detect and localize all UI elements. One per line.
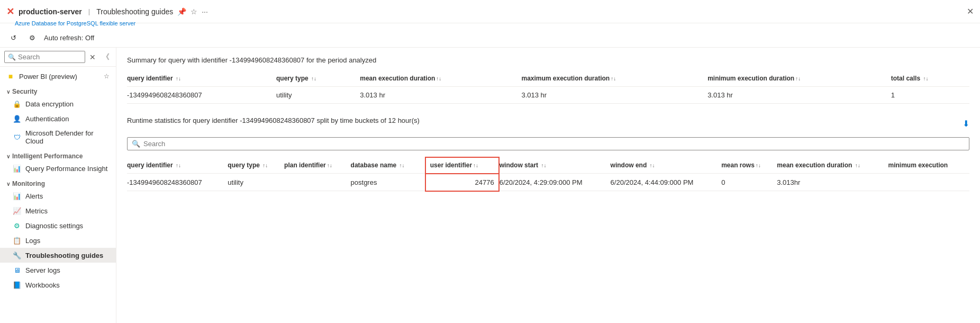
cell-window-start: 6/20/2024, 4:29:09:000 PM (499, 174, 611, 191)
sort-icon[interactable]: ↑↓ (611, 76, 616, 82)
sidebar-item-power-bi[interactable]: ■ Power BI (preview) ☆ (0, 69, 116, 84)
sort-icon[interactable]: ↑↓ (176, 163, 181, 168)
sort-icon[interactable]: ↑↓ (436, 76, 441, 82)
refresh-button[interactable]: ↺ (6, 32, 21, 44)
sort-icon[interactable]: ↑↓ (327, 163, 332, 168)
sidebar-item-alerts[interactable]: 📊 Alerts (0, 189, 116, 203)
page-subtitle: Azure Database for PostgreSQL flexible s… (0, 20, 980, 26)
sort-icon[interactable]: ↑↓ (795, 76, 801, 82)
sidebar-item-label: Query Performance Insight (25, 165, 110, 173)
sidebar-item-label: Metrics (25, 207, 110, 215)
col-header-query-type: query type ↑↓ (228, 157, 284, 174)
sidebar-section-monitoring[interactable]: ∨ Monitoring (0, 176, 116, 189)
col-header-min-exec: minimum execution duration↑↓ (707, 70, 891, 87)
table-row: -1349949608248360807 utility postgres 24… (127, 174, 969, 191)
sort-icon[interactable]: ↑↓ (400, 163, 405, 168)
cell-mean-exec-duration: 3.013hr (777, 174, 888, 191)
authentication-icon: 👤 (13, 114, 21, 123)
sidebar-item-query-performance[interactable]: 📊 Query Performance Insight (0, 161, 116, 176)
cell-max-execution: 3.013 hr (521, 87, 707, 104)
powerbi-icon: ■ (6, 72, 15, 80)
col-header-min-exec: minimum execution (888, 157, 969, 174)
sort-icon[interactable]: ↑↓ (923, 76, 928, 82)
sidebar-item-troubleshooting-guides[interactable]: 🔧 Troubleshooting guides (0, 248, 116, 263)
sidebar-item-label: Troubleshooting guides (25, 252, 110, 259)
sidebar-item-microsoft-defender[interactable]: 🛡 Microsoft Defender for Cloud (0, 126, 116, 148)
col-header-plan-identifier: plan identifier↑↓ (284, 157, 350, 174)
cell-query-identifier: -1349949608248360807 (127, 87, 276, 104)
defender-icon: 🛡 (13, 133, 21, 141)
sidebar-item-label: Power BI (preview) (19, 73, 99, 80)
sidebar-item-diagnostic-settings[interactable]: ⚙ Diagnostic settings (0, 218, 116, 233)
lock-icon: 🔒 (13, 100, 21, 108)
search-box[interactable]: 🔍 (4, 51, 85, 63)
favorite-icon[interactable]: ☆ (190, 7, 197, 16)
sidebar-item-authentication[interactable]: 👤 Authentication (0, 111, 116, 126)
sidebar-section-intelligent-performance[interactable]: ∨ Intelligent Performance (0, 148, 116, 161)
sidebar-collapse-button[interactable]: 《 (100, 51, 112, 63)
col-header-max-exec: maximum execution duration↑↓ (521, 70, 707, 87)
col-header-database-name: database name ↑↓ (351, 157, 425, 174)
cell-query-identifier: -1349949608248360807 (127, 174, 228, 191)
star-icon[interactable]: ☆ (104, 73, 110, 80)
summary-table: query identifier ↑↓ query type ↑↓ mean e… (127, 70, 969, 104)
cell-mean-rows: 0 (721, 174, 777, 191)
sidebar-item-label: Authentication (25, 115, 110, 123)
sort-icon[interactable]: ↑↓ (650, 163, 655, 168)
metrics-icon: 📈 (13, 207, 21, 215)
runtime-header: Runtime statistics for query identifier … (127, 116, 969, 131)
chevron-down-icon: ∨ (6, 89, 10, 95)
cell-query-type: utility (276, 87, 360, 104)
sort-icon[interactable]: ↑↓ (473, 163, 478, 168)
settings-icon: ⚙ (29, 34, 35, 42)
cell-database-name: postgres (351, 174, 425, 191)
sidebar-item-label: Server logs (25, 266, 110, 274)
page-title: Troubleshooting guides (96, 7, 173, 16)
sidebar-section-label: Monitoring (12, 180, 45, 187)
cell-window-end: 6/20/2024, 4:44:09:000 PM (611, 174, 722, 191)
sidebar-section-security[interactable]: ∨ Security (0, 84, 116, 96)
search-input[interactable] (18, 53, 81, 61)
sidebar-item-server-logs[interactable]: 🖥 Server logs (0, 263, 116, 277)
sidebar-item-label: Alerts (25, 192, 110, 200)
chart-icon: 📊 (13, 164, 21, 173)
download-icon[interactable]: ⬇ (963, 119, 969, 129)
close-button[interactable]: ✕ (967, 6, 974, 16)
cell-user-identifier: 24776 (425, 174, 499, 191)
pin-icon[interactable]: 📌 (177, 7, 186, 16)
sidebar-section-label: Security (12, 88, 37, 95)
sort-icon[interactable]: ↑↓ (756, 163, 761, 168)
runtime-search-bar[interactable]: 🔍 (127, 137, 969, 150)
runtime-search-input[interactable] (143, 140, 965, 148)
sidebar-item-workbooks[interactable]: 📘 Workbooks (0, 277, 116, 292)
sort-icon[interactable]: ↑↓ (855, 163, 860, 168)
more-options-icon[interactable]: ··· (202, 7, 208, 16)
sidebar-item-logs[interactable]: 📋 Logs (0, 233, 116, 248)
chevron-down-icon: ∨ (6, 181, 10, 187)
col-header-window-end: window end ↑↓ (611, 157, 722, 174)
sidebar-item-label: Data encryption (25, 100, 110, 108)
auto-refresh-label: Auto refresh: Off (44, 34, 94, 42)
sort-icon[interactable]: ↑↓ (311, 76, 316, 82)
troubleshooting-icon: 🔧 (13, 251, 21, 259)
col-header-user-identifier: user identifier↑↓ (425, 157, 499, 174)
settings-button[interactable]: ⚙ (25, 32, 40, 44)
title-separator: | (88, 7, 90, 15)
cell-min-execution (888, 174, 969, 191)
sidebar: 🔍 ✕ 《 ■ Power BI (preview) ☆ ∨ Security … (0, 48, 116, 323)
sidebar-item-data-encryption[interactable]: 🔒 Data encryption (0, 96, 116, 111)
sidebar-search-close[interactable]: ✕ (87, 52, 98, 62)
runtime-title: Runtime statistics for query identifier … (127, 116, 420, 124)
col-header-query-identifier: query identifier ↑↓ (127, 70, 276, 87)
cell-plan-identifier (284, 174, 350, 191)
sidebar-item-label: Logs (25, 237, 110, 245)
table-row: -1349949608248360807 utility 3.013 hr 3.… (127, 87, 969, 104)
search-icon: 🔍 (8, 53, 16, 61)
sort-icon[interactable]: ↑↓ (541, 163, 546, 168)
alerts-icon: 📊 (13, 192, 21, 200)
sidebar-item-metrics[interactable]: 📈 Metrics (0, 203, 116, 218)
sort-icon[interactable]: ↑↓ (176, 76, 181, 82)
sort-icon[interactable]: ↑↓ (262, 163, 268, 168)
cell-query-type: utility (228, 174, 284, 191)
summary-title: Summary for query with identifier -13499… (127, 56, 969, 64)
